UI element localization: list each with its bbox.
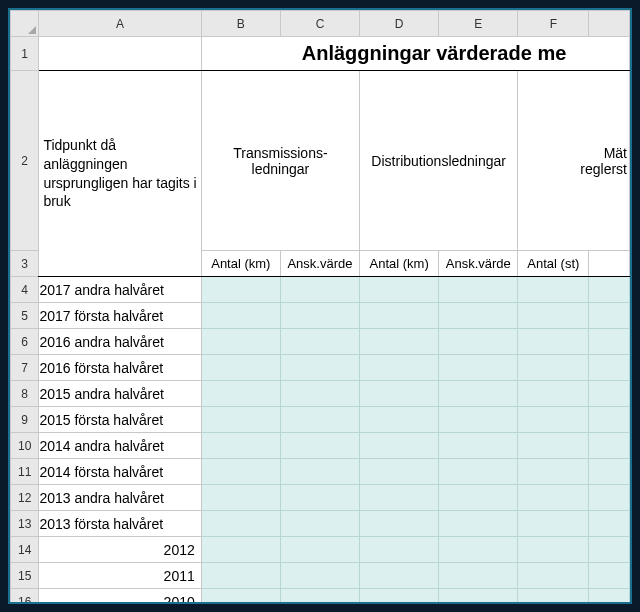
col-header-overflow[interactable] <box>589 11 630 37</box>
group-header-meter[interactable]: Mät reglerst <box>518 71 630 251</box>
cell-data[interactable] <box>201 381 280 407</box>
cell-data[interactable] <box>280 563 359 589</box>
subheader-D[interactable]: Antal (km) <box>360 251 439 277</box>
cell-data[interactable] <box>439 511 518 537</box>
cell-data[interactable] <box>201 329 280 355</box>
cell-A4[interactable]: 2017 andra halvåret <box>39 277 201 303</box>
cell-data[interactable] <box>360 589 439 605</box>
group-header-transmission[interactable]: Transmissions- ledningar <box>201 71 359 251</box>
select-all-corner[interactable] <box>11 11 39 37</box>
cell-data[interactable] <box>201 459 280 485</box>
cell-data[interactable] <box>201 303 280 329</box>
col-header-A[interactable]: A <box>39 11 201 37</box>
cell-data[interactable] <box>439 485 518 511</box>
cell-data[interactable] <box>589 537 630 563</box>
cell-A10[interactable]: 2014 andra halvåret <box>39 433 201 459</box>
cell-data[interactable] <box>280 537 359 563</box>
row-header-3[interactable]: 3 <box>11 251 39 277</box>
row-header-12[interactable]: 12 <box>11 485 39 511</box>
subheader-E[interactable]: Ansk.värde <box>439 251 518 277</box>
group-header-distribution[interactable]: Distributionsledningar <box>360 71 518 251</box>
row-header-6[interactable]: 6 <box>11 329 39 355</box>
cell-A7[interactable]: 2016 första halvåret <box>39 355 201 381</box>
cell-data[interactable] <box>360 459 439 485</box>
subheader-overflow[interactable] <box>589 251 630 277</box>
cell-data[interactable] <box>360 563 439 589</box>
cell-data[interactable] <box>360 407 439 433</box>
cell-data[interactable] <box>201 355 280 381</box>
row-header-4[interactable]: 4 <box>11 277 39 303</box>
cell-A14[interactable]: 2012 <box>39 537 201 563</box>
cell-A11[interactable]: 2014 första halvåret <box>39 459 201 485</box>
cell-data[interactable] <box>439 459 518 485</box>
cell-data[interactable] <box>518 303 589 329</box>
col-header-C[interactable]: C <box>280 11 359 37</box>
subheader-C[interactable]: Ansk.värde <box>280 251 359 277</box>
cell-A5[interactable]: 2017 första halvåret <box>39 303 201 329</box>
cell-data[interactable] <box>518 537 589 563</box>
sheet-title[interactable]: Anläggningar värderade me <box>201 37 629 71</box>
cell-data[interactable] <box>589 485 630 511</box>
cell-data[interactable] <box>439 407 518 433</box>
cell-data[interactable] <box>280 589 359 605</box>
cell-data[interactable] <box>360 511 439 537</box>
cell-data[interactable] <box>589 407 630 433</box>
cell-data[interactable] <box>360 303 439 329</box>
cell-data[interactable] <box>518 355 589 381</box>
cell-data[interactable] <box>280 407 359 433</box>
cell-data[interactable] <box>201 563 280 589</box>
cell-data[interactable] <box>201 589 280 605</box>
cell-data[interactable] <box>518 381 589 407</box>
cell-A13[interactable]: 2013 första halvåret <box>39 511 201 537</box>
cell-data[interactable] <box>360 381 439 407</box>
cell-data[interactable] <box>589 563 630 589</box>
col-header-F[interactable]: F <box>518 11 589 37</box>
cell-data[interactable] <box>360 329 439 355</box>
cell-data[interactable] <box>589 433 630 459</box>
cell-A12[interactable]: 2013 andra halvåret <box>39 485 201 511</box>
cell-data[interactable] <box>518 277 589 303</box>
cell-data[interactable] <box>518 511 589 537</box>
cell-A1[interactable] <box>39 37 201 71</box>
cell-data[interactable] <box>201 407 280 433</box>
cell-A8[interactable]: 2015 andra halvåret <box>39 381 201 407</box>
cell-A9[interactable]: 2015 första halvåret <box>39 407 201 433</box>
row-header-9[interactable]: 9 <box>11 407 39 433</box>
row-header-13[interactable]: 13 <box>11 511 39 537</box>
cell-data[interactable] <box>439 355 518 381</box>
row-header-10[interactable]: 10 <box>11 433 39 459</box>
cell-data[interactable] <box>518 433 589 459</box>
row-header-1[interactable]: 1 <box>11 37 39 71</box>
cell-data[interactable] <box>589 303 630 329</box>
header-timepoint[interactable]: Tidpunkt då anläggningen ursprungligen h… <box>39 71 201 277</box>
cell-data[interactable] <box>589 277 630 303</box>
cell-data[interactable] <box>439 433 518 459</box>
cell-data[interactable] <box>439 537 518 563</box>
cell-data[interactable] <box>201 537 280 563</box>
row-header-14[interactable]: 14 <box>11 537 39 563</box>
subheader-F[interactable]: Antal (st) <box>518 251 589 277</box>
cell-data[interactable] <box>589 329 630 355</box>
row-header-5[interactable]: 5 <box>11 303 39 329</box>
cell-data[interactable] <box>360 277 439 303</box>
cell-data[interactable] <box>439 381 518 407</box>
cell-data[interactable] <box>518 589 589 605</box>
cell-data[interactable] <box>439 303 518 329</box>
cell-data[interactable] <box>280 459 359 485</box>
cell-data[interactable] <box>518 563 589 589</box>
col-header-D[interactable]: D <box>360 11 439 37</box>
cell-data[interactable] <box>589 355 630 381</box>
cell-data[interactable] <box>518 459 589 485</box>
cell-data[interactable] <box>280 277 359 303</box>
col-header-E[interactable]: E <box>439 11 518 37</box>
cell-data[interactable] <box>439 277 518 303</box>
spreadsheet-grid[interactable]: A B C D E F 1 Anläggningar värderade me … <box>10 10 630 604</box>
row-header-2[interactable]: 2 <box>11 71 39 251</box>
cell-A16[interactable]: 2010 <box>39 589 201 605</box>
cell-data[interactable] <box>201 433 280 459</box>
cell-data[interactable] <box>360 355 439 381</box>
cell-data[interactable] <box>589 459 630 485</box>
cell-data[interactable] <box>439 329 518 355</box>
cell-data[interactable] <box>280 329 359 355</box>
cell-A15[interactable]: 2011 <box>39 563 201 589</box>
